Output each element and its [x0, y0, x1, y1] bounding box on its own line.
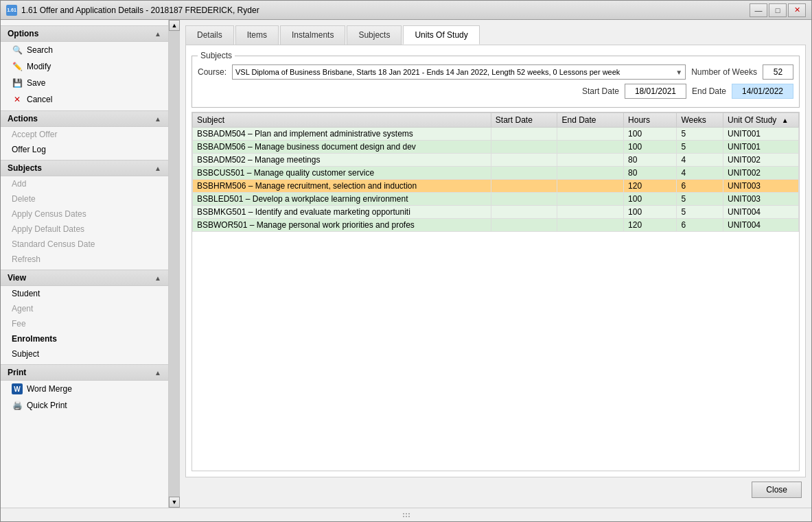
- subjects-arrow-icon: ▲: [154, 165, 161, 172]
- table-row[interactable]: BSBADM504 – Plan and implement administr…: [193, 128, 799, 141]
- sidebar-item-cancel[interactable]: ✕ Cancel: [1, 91, 168, 108]
- table-row[interactable]: BSBADM506 – Manage business document des…: [193, 141, 799, 154]
- sidebar-section-options-header[interactable]: Options ▲: [1, 25, 168, 42]
- sidebar-scroll-down[interactable]: ▼: [169, 497, 180, 508]
- cell-unit-of-study: UNIT004: [723, 219, 799, 232]
- add-label: Add: [12, 179, 26, 189]
- col-hours: Hours: [624, 113, 677, 128]
- sidebar-section-view: View ▲ Student Agent Fee Enrolments Subj…: [1, 270, 168, 361]
- options-section-title: Options: [8, 29, 38, 38]
- sidebar-item-save[interactable]: 💾 Save: [1, 75, 168, 91]
- cell-start-date: [491, 193, 557, 206]
- sidebar-item-word-merge[interactable]: W Word Merge: [1, 381, 168, 397]
- tab-items[interactable]: Items: [235, 25, 279, 45]
- sidebar-item-modify[interactable]: ✏️ Modify: [1, 58, 168, 75]
- modify-icon: ✏️: [12, 61, 23, 72]
- cell-hours: 80: [624, 167, 677, 180]
- cell-start-date: [491, 154, 557, 167]
- cell-weeks: 4: [677, 167, 723, 180]
- cell-end-date: [557, 219, 624, 232]
- sidebar-item-subject[interactable]: Subject: [1, 346, 168, 361]
- cell-end-date: [557, 167, 624, 180]
- main-content: Options ▲ 🔍 Search ✏️ Modify 💾 Save ✕: [1, 20, 811, 508]
- sidebar-item-delete: Delete: [1, 191, 168, 206]
- tab-instalments[interactable]: Instalments: [280, 25, 345, 45]
- cancel-icon: ✕: [12, 94, 23, 105]
- cell-hours: 100: [624, 141, 677, 154]
- cell-unit-of-study: UNIT001: [723, 141, 799, 154]
- maximize-button[interactable]: □: [769, 3, 787, 17]
- sidebar-item-apply-census-dates: Apply Census Dates: [1, 206, 168, 222]
- cell-unit-of-study: UNIT004: [723, 206, 799, 219]
- sidebar-item-offer-log[interactable]: Offer Log: [1, 142, 168, 157]
- word-merge-label: Word Merge: [27, 384, 72, 394]
- tab-details[interactable]: Details: [185, 25, 234, 45]
- col-start-date: Start Date: [491, 113, 557, 128]
- sidebar-section-view-header[interactable]: View ▲: [1, 270, 168, 286]
- sidebar-scroll-up[interactable]: ▲: [169, 20, 180, 31]
- tab-subjects[interactable]: Subjects: [347, 25, 402, 45]
- col-subject: Subject: [193, 113, 491, 128]
- resize-dot: [403, 516, 404, 517]
- table-row[interactable]: BSBADM502 – Manage meetings804UNIT002: [193, 154, 799, 167]
- cell-weeks: 5: [677, 206, 723, 219]
- table-row[interactable]: BSBHRM506 – Manage recruitment, selectio…: [193, 180, 799, 193]
- sidebar-section-subjects-header[interactable]: Subjects ▲: [1, 160, 168, 176]
- table-row[interactable]: BSBMKG501 – Identify and evaluate market…: [193, 206, 799, 219]
- tab-units-of-study[interactable]: Units Of Study: [403, 25, 479, 45]
- table-container: Subject Start Date End Date Hours Weeks …: [192, 112, 800, 471]
- sidebar-section-actions-header[interactable]: Actions ▲: [1, 110, 168, 127]
- table-area: Subject Start Date End Date Hours Weeks …: [192, 112, 800, 471]
- cell-start-date: [491, 219, 557, 232]
- cell-weeks: 4: [677, 154, 723, 167]
- sidebar-item-quick-print[interactable]: 🖨️ Quick Print: [1, 397, 168, 414]
- delete-label: Delete: [12, 194, 36, 204]
- resize-handle[interactable]: [399, 512, 413, 518]
- table-row[interactable]: BSBWOR501 – Manage personal work priorit…: [193, 219, 799, 232]
- start-date-input[interactable]: [625, 84, 686, 99]
- minimize-button[interactable]: —: [750, 3, 767, 17]
- col-unit-of-study[interactable]: Unit Of Study ▲: [723, 113, 799, 128]
- close-button[interactable]: Close: [752, 482, 802, 498]
- cell-subject: BSBADM502 – Manage meetings: [193, 154, 491, 167]
- cell-unit-of-study: UNIT002: [723, 154, 799, 167]
- table-row[interactable]: BSBCUS501 – Manage quality customer serv…: [193, 167, 799, 180]
- view-section-title: View: [8, 273, 26, 283]
- window-title: 1.61 Offer and Application Details - 201…: [21, 5, 259, 15]
- view-arrow-icon: ▲: [154, 274, 161, 282]
- cell-hours: 120: [624, 219, 677, 232]
- cell-subject: BSBWOR501 – Manage personal work priorit…: [193, 219, 491, 232]
- cell-weeks: 5: [677, 128, 723, 141]
- subjects-legend: Subjects: [198, 51, 235, 60]
- course-select-value: VSL Diploma of Business Brisbane, Starts…: [235, 68, 675, 76]
- resize-dot: [408, 513, 410, 514]
- sidebar-item-search[interactable]: 🔍 Search: [1, 42, 168, 58]
- cell-unit-of-study: UNIT003: [723, 193, 799, 206]
- sidebar-section-print-header[interactable]: Print ▲: [1, 364, 168, 381]
- sidebar: Options ▲ 🔍 Search ✏️ Modify 💾 Save ✕: [1, 20, 169, 508]
- weeks-input[interactable]: [763, 64, 793, 80]
- app-icon: 1.61: [6, 5, 17, 16]
- search-icon: 🔍: [12, 45, 23, 56]
- sidebar-item-standard-census-date: Standard Census Date: [1, 237, 168, 252]
- refresh-label: Refresh: [12, 254, 40, 264]
- end-date-input[interactable]: [732, 84, 793, 99]
- cell-hours: 80: [624, 154, 677, 167]
- offer-log-label: Offer Log: [12, 145, 46, 154]
- course-select[interactable]: VSL Diploma of Business Brisbane, Starts…: [232, 64, 686, 80]
- cell-hours: 120: [624, 180, 677, 193]
- sidebar-item-accept-offer: Accept Offer: [1, 127, 168, 142]
- accept-offer-label: Accept Offer: [12, 130, 57, 139]
- sidebar-item-save-label: Save: [27, 78, 45, 88]
- sidebar-item-enrolments[interactable]: Enrolments: [1, 331, 168, 346]
- apply-census-dates-label: Apply Census Dates: [12, 209, 86, 219]
- tab-content: Subjects Course: VSL Diploma of Business…: [185, 45, 806, 477]
- sidebar-item-cancel-label: Cancel: [27, 95, 52, 104]
- table-row[interactable]: BSBLED501 – Develop a workplace learning…: [193, 193, 799, 206]
- sidebar-item-agent: Agent: [1, 301, 168, 316]
- weeks-label: Number of Weeks: [691, 67, 757, 77]
- window-close-button[interactable]: ✕: [788, 3, 806, 17]
- sidebar-scrollbar: ▲ ▼: [169, 20, 180, 508]
- cell-end-date: [557, 206, 624, 219]
- sidebar-item-student[interactable]: Student: [1, 286, 168, 301]
